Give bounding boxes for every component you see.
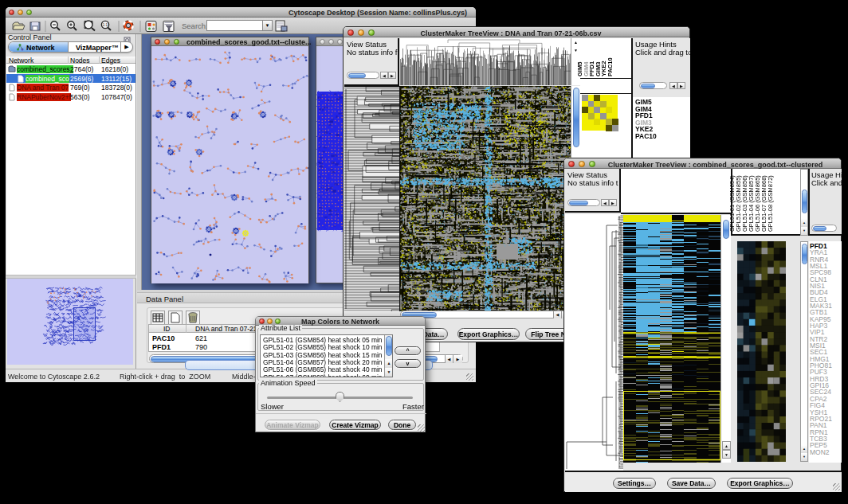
svg-text:1:1: 1:1 [103, 23, 108, 27]
